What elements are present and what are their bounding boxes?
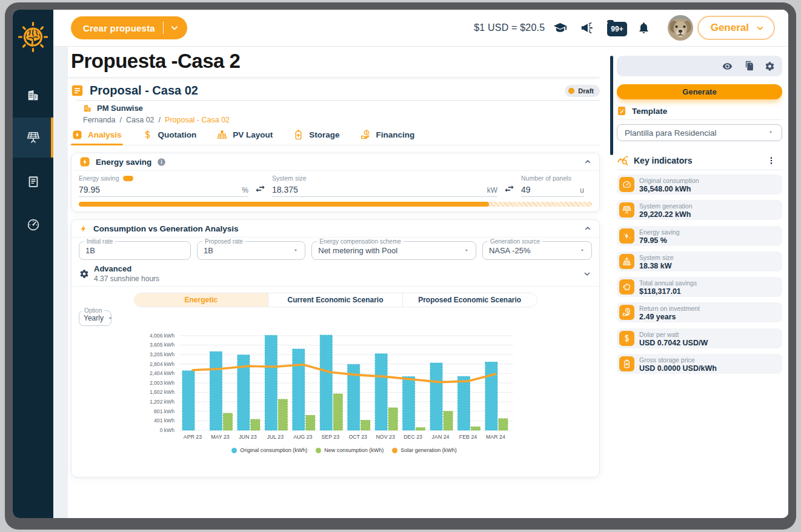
field-system-size[interactable]: System size18.375kW: [272, 175, 497, 197]
storage-battery-icon: [619, 356, 634, 371]
breadcrumb-item[interactable]: Fernanda: [83, 116, 116, 124]
breadcrumb-item[interactable]: Casa 02: [126, 116, 155, 124]
indicator-value: USD 0.7042 USD/W: [639, 339, 777, 347]
field-initial-rate[interactable]: Initial rate1B: [79, 241, 191, 260]
more-options-icon[interactable]: [767, 156, 776, 165]
expand-icon[interactable]: [583, 270, 591, 278]
solar-panel-icon: [619, 202, 634, 218]
template-icon: [617, 106, 627, 116]
sidebar-item-documents[interactable]: [13, 162, 53, 202]
sidebar-item-proposals[interactable]: [13, 118, 53, 158]
scenario-tab-current-economic-scenario[interactable]: Current Economic Scenario: [268, 293, 402, 307]
indicator-system-size: System size18.38 kW: [617, 251, 782, 271]
template-value: Plantilla para Residencial: [625, 128, 764, 138]
sunwise-logo[interactable]: [18, 21, 48, 54]
energy-saving-fields: Energy saving 79.95%System size18.375kWN…: [71, 171, 599, 197]
field-label: Energy compensation scheme: [317, 238, 404, 245]
svg-text:MAR 24: MAR 24: [486, 434, 505, 440]
topbar: Crear propuesta $1 USD = $20.5 99+: [53, 10, 788, 46]
svg-text:1,202 kWh: 1,202 kWh: [150, 399, 174, 405]
indicator-original-consumption: Original consumption36,548.00 kWh: [617, 175, 782, 195]
legend-label: New consumption (kWh): [324, 447, 384, 453]
svg-text:AUG 23: AUG 23: [293, 434, 312, 440]
toggle-switch[interactable]: [123, 176, 133, 181]
indicator-value: 2.49 years: [639, 313, 777, 321]
swap-values-icon[interactable]: [254, 183, 266, 195]
field-energy-compensation-scheme[interactable]: Energy compensation schemeNet metering w…: [311, 241, 476, 260]
key-indicators-list: Original consumption36,548.00 kWhSystem …: [617, 175, 782, 374]
solar-panel-icon: [27, 131, 40, 144]
template-select[interactable]: Plantilla para Residencial: [617, 124, 782, 141]
caret-down-icon: [579, 247, 587, 254]
create-proposal-button[interactable]: Crear propuesta: [71, 16, 187, 39]
sidebar-item-projects[interactable]: [13, 75, 53, 115]
field-proposed-rate[interactable]: Proposed rate1B: [197, 241, 305, 260]
tab-pv-layout[interactable]: PV Layout: [216, 124, 274, 145]
swap-values-icon[interactable]: [504, 183, 515, 195]
announcements-icon[interactable]: [579, 21, 595, 35]
divider: [76, 100, 600, 101]
field-value[interactable]: 1B: [85, 246, 185, 255]
field-value[interactable]: 1B: [204, 246, 289, 255]
page-title: Propuesta -Casa 2: [68, 46, 600, 73]
gear-icon[interactable]: [765, 61, 775, 71]
advanced-text: Advanced 4.37 sunshine hours: [94, 264, 583, 283]
generate-button[interactable]: Generate: [617, 84, 782, 99]
field-input[interactable]: 79.95%: [79, 182, 248, 197]
caret-down-icon: [464, 247, 471, 254]
avatar[interactable]: [668, 15, 693, 41]
template-label: Template: [632, 107, 667, 116]
notifications-badge[interactable]: 99+: [607, 22, 627, 36]
collapse-icon[interactable]: [584, 158, 591, 165]
field-value[interactable]: 79.95: [79, 185, 242, 195]
option-select[interactable]: Option Yearly: [79, 310, 111, 326]
advanced-section[interactable]: Advanced 4.37 sunshine hours: [71, 261, 599, 287]
indicator-system-generation: System generation29,220.22 kWh: [617, 200, 782, 220]
account-menu-button[interactable]: General: [697, 16, 775, 40]
indicator-energy-saving: Energy saving79.95 %: [617, 226, 782, 246]
tab-storage[interactable]: Storage: [292, 124, 341, 145]
field-generation-source[interactable]: Generation sourceNASA -25%: [482, 241, 592, 260]
indicator-total-annual-savings: Total annual savings$118,317.01: [617, 277, 782, 297]
energy-saving-progress[interactable]: [79, 202, 592, 207]
tab-financing[interactable]: Financing: [359, 124, 416, 145]
tab-analysis[interactable]: Analysis: [71, 124, 123, 145]
eye-icon[interactable]: [722, 61, 734, 71]
field-energy-saving[interactable]: Energy saving 79.95%: [79, 175, 248, 197]
right-panel: Generate Template Plantilla para Residen…: [617, 56, 782, 374]
copy-pages-icon[interactable]: [744, 61, 754, 71]
field-value[interactable]: NASA -25%: [489, 246, 576, 255]
tab-quotation[interactable]: Quotation: [141, 124, 198, 145]
collapse-icon[interactable]: [584, 225, 591, 232]
scenario-tab-energetic[interactable]: Energetic: [135, 293, 268, 307]
svg-text:OCT 23: OCT 23: [348, 434, 367, 440]
field-number-of-panels[interactable]: Number of panels49u: [521, 175, 584, 197]
field-value[interactable]: Net metering with Pool: [318, 246, 460, 255]
chevron-down-icon: [756, 24, 764, 32]
bell-icon[interactable]: [637, 21, 650, 35]
page-title-bar: Propuesta -Casa 2: [68, 46, 600, 78]
field-label: Number of panels: [521, 175, 584, 182]
field-value[interactable]: 49: [521, 185, 580, 195]
svg-text:JUN 23: JUN 23: [239, 434, 256, 440]
scenario-tab-proposed-economic-scenario[interactable]: Proposed Economic Scenario: [402, 293, 537, 307]
chevron-down-icon[interactable]: [170, 24, 179, 32]
field-label: Generation source: [488, 238, 542, 245]
topbar-right: $1 USD = $20.5 99+ General: [474, 10, 775, 46]
academy-icon[interactable]: [552, 21, 568, 35]
svg-text:801 kWh: 801 kWh: [154, 408, 174, 414]
field-value[interactable]: 18.375: [272, 185, 487, 195]
field-input[interactable]: 49u: [521, 182, 584, 197]
breadcrumb-item[interactable]: Proposal - Casa 02: [165, 116, 230, 124]
info-icon[interactable]: [157, 158, 166, 167]
tab-label: Financing: [376, 130, 415, 139]
key-indicators-icon: [617, 155, 628, 166]
sidebar-item-monitoring[interactable]: [13, 205, 53, 245]
indicator-label: Dolar per watt: [639, 331, 777, 338]
svg-text:SEP 23: SEP 23: [321, 434, 339, 440]
field-input[interactable]: 18.375kW: [272, 182, 497, 197]
status-dot: [568, 88, 574, 94]
proposal-title-row: Proposal - Casa 02 Draft: [71, 84, 600, 98]
energy-saving-card: Energy saving Energy saving 79.95%System…: [71, 153, 600, 212]
svg-text:MAY 23: MAY 23: [211, 434, 230, 440]
